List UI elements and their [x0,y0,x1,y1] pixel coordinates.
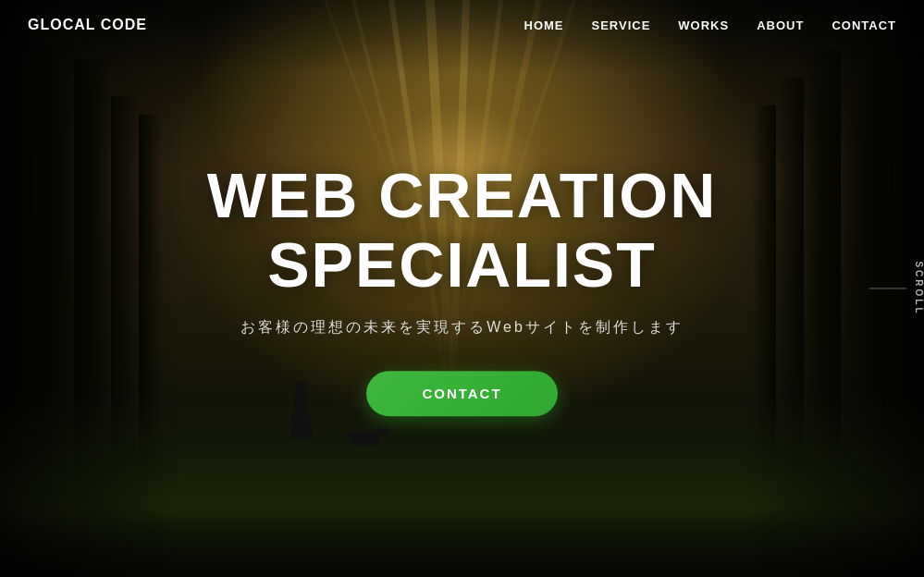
hero-section: GLOCAL CODE HOME SERVICE WORKS ABOUT CON… [0,0,924,577]
nav-link-contact[interactable]: CONTACT [832,18,896,32]
nav-item-works[interactable]: WORKS [678,17,729,33]
nav-link-home[interactable]: HOME [524,18,564,32]
hero-title: WEB CREATION SPECIALIST [46,161,879,300]
navbar: GLOCAL CODE HOME SERVICE WORKS ABOUT CON… [0,0,924,50]
nav-link-service[interactable]: SERVICE [592,18,651,32]
nav-link-works[interactable]: WORKS [678,18,729,32]
nav-item-contact[interactable]: CONTACT [832,17,896,33]
nav-item-service[interactable]: SERVICE [592,17,651,33]
scroll-line [869,288,906,288]
hero-subtitle: お客様の理想の未来を実現するWebサイトを制作します [46,318,879,338]
hero-content: WEB CREATION SPECIALIST お客様の理想の未来を実現するWe… [46,161,879,416]
nav-link-about[interactable]: ABOUT [757,18,804,32]
site-logo[interactable]: GLOCAL CODE [28,17,147,33]
scroll-label: SCROLL [914,261,924,315]
nav-item-about[interactable]: ABOUT [757,17,804,33]
nav-links: HOME SERVICE WORKS ABOUT CONTACT [524,17,897,33]
contact-cta-button[interactable]: CONTACT [366,371,557,416]
nav-item-home[interactable]: HOME [524,17,564,33]
scroll-indicator: SCROLL [869,261,924,315]
animal-silhouette [351,426,388,445]
